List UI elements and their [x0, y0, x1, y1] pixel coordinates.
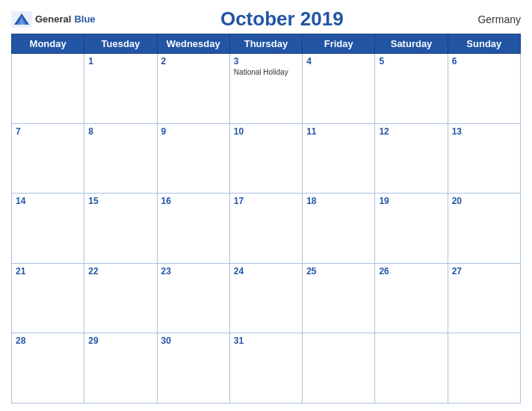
- day-number: 26: [379, 266, 443, 276]
- day-number: 19: [379, 196, 443, 206]
- calendar-cell: 2: [157, 54, 229, 124]
- day-number: 27: [452, 266, 516, 276]
- calendar-cell: 17: [229, 194, 302, 264]
- day-number: 1: [88, 56, 152, 67]
- day-number: 24: [234, 266, 298, 276]
- weekday-header-wednesday: Wednesday: [157, 34, 229, 54]
- logo-blue-text: Blue: [74, 13, 95, 25]
- calendar-cell: 30: [157, 333, 229, 404]
- calendar-cell: 18: [303, 194, 375, 264]
- calendar-cell: 9: [157, 123, 229, 194]
- calendar-cell: [375, 333, 448, 404]
- weekday-header-thursday: Thursday: [229, 34, 302, 54]
- calendar-cell: 19: [375, 194, 448, 264]
- calendar-cell: 28: [12, 333, 84, 404]
- day-number: 30: [161, 336, 226, 346]
- logo: GeneralBlue: [11, 11, 96, 28]
- calendar-cell: 1: [84, 54, 157, 124]
- day-number: 4: [306, 56, 371, 67]
- calendar-title: October 2019: [96, 7, 468, 31]
- calendar-cell: 23: [157, 263, 229, 333]
- weekday-header-saturday: Saturday: [375, 34, 448, 54]
- calendar-cell: 7: [12, 123, 84, 194]
- calendar-cell: 26: [375, 263, 448, 333]
- day-number: 13: [452, 126, 516, 137]
- day-number: 2: [161, 56, 226, 67]
- day-number: 9: [161, 126, 226, 137]
- weekday-header-tuesday: Tuesday: [84, 34, 157, 54]
- day-number: 7: [16, 126, 80, 137]
- day-number: 17: [234, 196, 298, 206]
- day-number: 20: [452, 196, 516, 206]
- top-bar: GeneralBlue October 2019 Germany: [11, 7, 521, 31]
- day-number: 16: [161, 196, 226, 206]
- calendar-cell: 8: [84, 123, 157, 194]
- calendar-cell: 20: [448, 194, 520, 264]
- calendar-cell: 31: [229, 333, 302, 404]
- calendar-cell: 12: [375, 123, 448, 194]
- day-number: 14: [16, 196, 80, 206]
- week-row-4: 21222324252627: [12, 263, 521, 333]
- day-number: 25: [306, 266, 371, 276]
- country-label: Germany: [468, 13, 521, 25]
- calendar-cell: 16: [157, 194, 229, 264]
- calendar-cell: 10: [229, 123, 302, 194]
- day-number: 18: [306, 196, 371, 206]
- day-number: 3: [234, 56, 298, 67]
- calendar-cell: 27: [448, 263, 520, 333]
- day-number: 31: [234, 336, 298, 346]
- day-number: 6: [452, 56, 516, 67]
- day-number: 12: [379, 126, 443, 137]
- logo-general-text: General: [35, 13, 71, 25]
- day-number: 28: [16, 336, 80, 346]
- calendar-cell: [448, 333, 520, 404]
- calendar-cell: 21: [12, 263, 84, 333]
- week-row-5: 28293031: [12, 333, 521, 404]
- calendar-cell: [12, 54, 84, 124]
- calendar-cell: 4: [303, 54, 375, 124]
- calendar-table: MondayTuesdayWednesdayThursdayFridaySatu…: [11, 34, 521, 404]
- day-number: 8: [88, 126, 152, 137]
- calendar-cell: 13: [448, 123, 520, 194]
- calendar-cell: 25: [303, 263, 375, 333]
- day-number: 29: [88, 336, 152, 346]
- calendar-cell: 3National Holiday: [229, 54, 302, 124]
- calendar-cell: 6: [448, 54, 520, 124]
- day-number: 11: [306, 126, 371, 137]
- day-number: 22: [88, 266, 152, 276]
- calendar-cell: 15: [84, 194, 157, 264]
- calendar-cell: [303, 333, 375, 404]
- weekday-header-monday: Monday: [12, 34, 84, 54]
- day-number: 23: [161, 266, 226, 276]
- weekday-header-friday: Friday: [303, 34, 375, 54]
- holiday-label: National Holiday: [234, 68, 298, 76]
- weekday-header-row: MondayTuesdayWednesdayThursdayFridaySatu…: [12, 34, 521, 54]
- week-row-3: 14151617181920: [12, 194, 521, 264]
- calendar-cell: 24: [229, 263, 302, 333]
- day-number: 21: [16, 266, 80, 276]
- calendar-cell: 22: [84, 263, 157, 333]
- logo-icon: [11, 11, 32, 28]
- week-row-2: 78910111213: [12, 123, 521, 194]
- calendar-cell: 14: [12, 194, 84, 264]
- calendar-cell: 11: [303, 123, 375, 194]
- weekday-header-sunday: Sunday: [448, 34, 520, 54]
- week-row-1: 123National Holiday456: [12, 54, 521, 124]
- day-number: 15: [88, 196, 152, 206]
- calendar-cell: 5: [375, 54, 448, 124]
- day-number: 10: [234, 126, 298, 137]
- calendar-cell: 29: [84, 333, 157, 404]
- day-number: 5: [379, 56, 443, 67]
